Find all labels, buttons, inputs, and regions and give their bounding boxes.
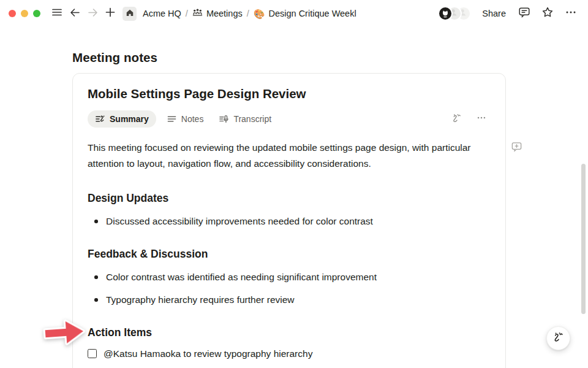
add-comment-icon[interactable]	[511, 141, 522, 155]
meeting-people-icon	[192, 8, 203, 19]
list-item: Color contrast was identified as needing…	[88, 270, 491, 283]
more-options-button[interactable]	[562, 5, 579, 22]
todo-label: @Katsu Hamaoka to review typography hier…	[104, 347, 312, 360]
tabrow-actions	[451, 112, 491, 126]
palette-emoji: 🎨	[254, 9, 265, 18]
meeting-tabs: Summary Notes Transcript	[88, 110, 491, 128]
comment-bubble-icon	[518, 6, 530, 21]
plus-icon	[105, 7, 116, 20]
red-arrow-pointer	[39, 313, 91, 351]
tab-transcript[interactable]: Transcript	[214, 110, 276, 128]
close-window-button[interactable]	[9, 10, 16, 17]
new-tab-button[interactable]	[102, 6, 118, 21]
arrow-left-icon	[69, 7, 81, 21]
section-heading-feedback: Feedback & Discussion	[88, 248, 491, 261]
tab-notes[interactable]: Notes	[162, 110, 209, 128]
tab-transcript-label: Transcript	[233, 114, 271, 124]
breadcrumb-workspace-label: Acme HQ	[143, 9, 181, 18]
minimize-window-button[interactable]	[21, 10, 28, 17]
star-icon	[541, 6, 554, 21]
meeting-card-title: Mobile Settings Page Design Review	[88, 86, 491, 101]
home-icon	[126, 9, 134, 19]
transcript-mic-icon	[219, 114, 229, 125]
todo-item: @Katsu Hamaoka to review typography hier…	[88, 347, 491, 360]
meeting-card: Mobile Settings Page Design Review Summa…	[72, 73, 506, 368]
scrollbar-thumb[interactable]	[581, 164, 586, 314]
traffic-lights	[9, 10, 40, 17]
tab-summary-label: Summary	[110, 114, 149, 124]
breadcrumb-current-page[interactable]: 🎨 Design Critique Weekl	[251, 7, 359, 20]
breadcrumb: Acme HQ / Meetings / 🎨 Design Critique W…	[120, 7, 359, 21]
summary-intro-paragraph: This meeting focused on reviewing the up…	[88, 140, 491, 172]
topbar-right-actions: Share	[438, 5, 579, 22]
favorite-button[interactable]	[539, 5, 556, 22]
feedback-list: Color contrast was identified as needing…	[88, 270, 491, 306]
list-item: Typography hierarchy requires further re…	[88, 293, 491, 306]
tab-summary[interactable]: Summary	[88, 110, 156, 128]
action-items-list: @Katsu Hamaoka to review typography hier…	[88, 347, 491, 368]
arrow-right-icon	[87, 7, 99, 21]
list-item: Discussed accessibility improvements nee…	[88, 215, 491, 228]
share-button[interactable]: Share	[478, 7, 510, 20]
zoom-window-button[interactable]	[33, 10, 40, 17]
ai-assistant-button[interactable]	[546, 326, 570, 350]
design-updates-list: Discussed accessibility improvements nee…	[88, 215, 491, 228]
tab-notes-label: Notes	[181, 114, 204, 124]
section-heading-design-updates: Design Updates	[88, 192, 491, 205]
card-more-options-icon[interactable]	[476, 112, 487, 126]
breadcrumb-meetings[interactable]: Meetings	[190, 7, 245, 20]
sidebar-menu-button[interactable]	[49, 6, 65, 21]
section-heading-action-items: Action Items	[88, 326, 491, 339]
todo-checkbox[interactable]	[88, 349, 97, 358]
ai-icon	[552, 331, 565, 346]
ai-summary-icon	[95, 114, 105, 125]
breadcrumb-workspace[interactable]: Acme HQ	[140, 7, 184, 20]
forward-button[interactable]	[85, 6, 100, 21]
back-button[interactable]	[67, 6, 83, 21]
window-titlebar: Acme HQ / Meetings / 🎨 Design Critique W…	[0, 0, 588, 27]
page-title: Meeting notes	[72, 50, 588, 65]
comments-button[interactable]	[516, 5, 533, 22]
hamburger-icon	[51, 7, 62, 20]
ai-icon[interactable]	[451, 112, 462, 126]
ellipsis-icon	[565, 6, 577, 21]
breadcrumb-separator: /	[247, 9, 249, 18]
breadcrumb-meetings-label: Meetings	[206, 9, 243, 18]
workspace-home-badge[interactable]	[123, 7, 137, 21]
viewer-avatars[interactable]	[438, 6, 471, 21]
notes-lines-icon	[167, 114, 177, 125]
breadcrumb-page-label: Design Critique Weekl	[268, 9, 356, 18]
breadcrumb-separator: /	[186, 9, 188, 18]
